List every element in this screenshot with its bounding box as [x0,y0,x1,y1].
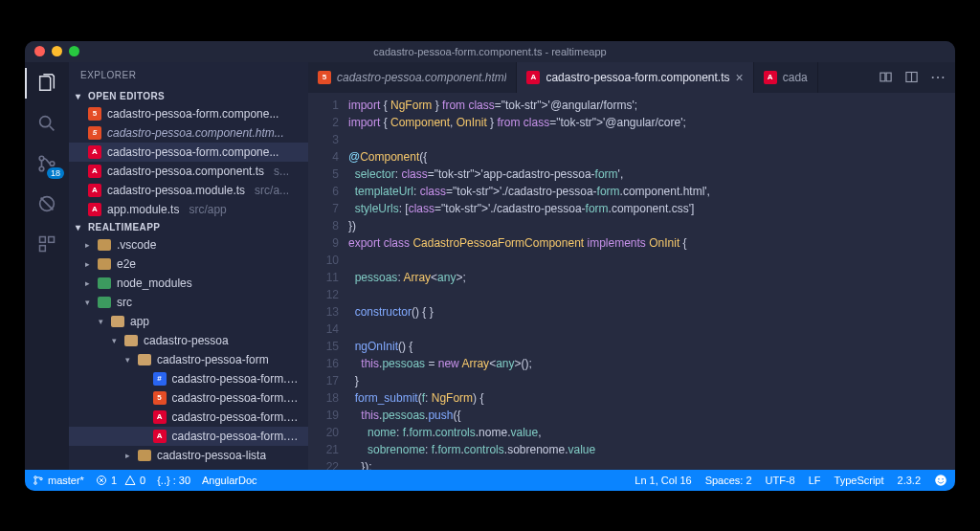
chevron-icon: ▸ [122,451,132,460]
chevron-icon: ▾ [82,298,92,307]
svg-point-16 [938,478,940,480]
editor-tab[interactable]: Acadastro-pessoa-form.component.ts× [517,62,753,93]
open-editor-item[interactable]: A app.module.ts src/app [69,200,308,219]
chevron-icon: ▸ [82,278,92,288]
git-branch-item[interactable]: master* [33,475,84,486]
editor-tab[interactable]: 5cadastro-pessoa.component.html [308,62,517,93]
open-editor-item[interactable]: 5 cadastro-pessoa.component.htm... [69,123,308,143]
tree-item-label: .vscode [117,238,156,252]
ang-file-icon: A [88,145,101,159]
ang-file-icon: A [88,165,101,178]
minimize-window-button[interactable] [52,46,62,56]
close-window-button[interactable] [34,46,45,56]
window-title: cadastro-pessoa-form.component.ts - real… [373,46,606,57]
tree-item[interactable]: ▸ cadastro-pessoa-lista [69,446,308,465]
tree-item[interactable]: ▾ app [69,312,308,331]
feedback-icon[interactable] [934,474,947,487]
open-editor-item[interactable]: A cadastro-pessoa-form.compone... [69,143,308,162]
ang-file-icon: A [764,71,777,84]
html-file-icon: 5 [153,391,167,405]
project-header[interactable]: ▾ REALTIMEAPP [69,219,308,235]
file-path-suffix: s... [274,165,289,178]
file-label: cadastro-pessoa.component.htm... [107,126,284,140]
scm-icon[interactable]: 18 [35,152,58,175]
close-tab-icon[interactable]: × [736,70,744,85]
open-editors-list: 5 cadastro-pessoa-form.compone... 5 cada… [69,104,308,219]
tree-item-label: cadastro-pessoa-form.co... [172,391,302,405]
tree-item[interactable]: A cadastro-pessoa-form.co... [69,408,308,427]
css-file-icon: # [153,372,167,386]
debug-icon[interactable] [35,192,58,215]
tree-item[interactable]: ▸ .vscode [69,235,308,254]
editor-group: 5cadastro-pessoa.component.htmlAcadastro… [308,62,955,470]
angulardoc-item[interactable]: AngularDoc [202,475,256,486]
ang-file-icon: A [88,184,101,197]
html-file-icon: 5 [318,71,331,84]
tree-item[interactable]: 5 cadastro-pessoa-form.co... [69,388,308,408]
open-editors-header[interactable]: ▾ OPEN EDITORS [69,88,308,104]
compare-icon[interactable] [879,70,893,84]
cursor-position-item[interactable]: Ln 1, Col 16 [635,475,691,486]
indentation-item[interactable]: Spaces: 2 [705,475,752,486]
folder-icon [98,277,111,289]
svg-point-0 [40,116,51,126]
tree-item-label: src [117,296,132,309]
ang-file-icon: A [153,430,167,443]
ang-file-icon: A [526,71,540,84]
open-editor-item[interactable]: A cadastro-pessoa.module.ts src/a... [69,181,308,200]
tree-item[interactable]: ▾ src [69,293,308,312]
folder-icon [98,297,111,308]
line-gutter: 123456789101112131415161718192021222324 [308,93,348,470]
folder-icon [138,354,151,365]
tree-item[interactable]: # cadastro-pessoa-form.co... [69,369,308,388]
svg-rect-7 [40,245,46,251]
vscode-window: cadastro-pessoa-form.component.ts - real… [25,41,955,491]
chevron-icon: ▾ [122,355,132,365]
eol-item[interactable]: LF [809,475,821,486]
svg-point-3 [50,161,55,166]
tree-item-label: cadastro-pessoa-form.co... [172,430,302,443]
ang-file-icon: A [88,203,101,216]
version-item[interactable]: 2.3.2 [898,475,921,486]
file-label: cadastro-pessoa.module.ts [107,184,245,197]
editor-tab[interactable]: Acada [754,62,818,93]
svg-rect-9 [886,73,891,81]
zoom-window-button[interactable] [69,46,79,56]
tree-item[interactable]: ▸ e2e [69,254,308,274]
extensions-icon[interactable] [35,232,58,255]
tree-item-label: e2e [117,257,136,271]
svg-rect-6 [49,236,55,242]
problems-item[interactable]: 1 0 [96,475,145,486]
tree-item[interactable]: ▾ cadastro-pessoa [69,331,308,350]
svg-point-11 [34,476,37,478]
tree-item-label: node_modules [117,277,192,290]
html-file-icon: 5 [88,126,101,140]
svg-rect-8 [880,73,885,81]
chevron-icon: ▸ [82,240,92,250]
tree-item[interactable]: ▾ cadastro-pessoa-form [69,350,308,369]
chevron-down-icon: ▾ [73,222,84,232]
brackets-item[interactable]: {..} : 30 [157,475,190,486]
split-editor-icon[interactable] [904,70,919,84]
open-editor-item[interactable]: A cadastro-pessoa.component.ts s... [69,162,308,181]
explorer-icon[interactable] [35,72,58,95]
more-actions-icon[interactable]: ⋯ [930,70,946,85]
chevron-icon: ▸ [82,259,92,269]
tree-item[interactable]: A cadastro-pessoa-form.co... [69,427,308,446]
svg-point-15 [935,475,947,486]
tree-item-label: cadastro-pessoa [144,334,229,347]
chevron-icon: ▾ [96,317,105,326]
code-editor[interactable]: 123456789101112131415161718192021222324 … [308,93,955,470]
open-editor-item[interactable]: 5 cadastro-pessoa-form.compone... [69,104,308,123]
scm-badge: 18 [47,167,64,179]
folder-icon [98,258,111,270]
file-label: cadastro-pessoa-form.compone... [107,145,278,159]
folder-icon [111,316,124,327]
title-bar: cadastro-pessoa-form.component.ts - real… [25,41,955,62]
encoding-item[interactable]: UTF-8 [766,475,795,486]
tree-item-label: cadastro-pessoa-form.co... [172,410,302,424]
search-icon[interactable] [35,112,58,135]
tree-item[interactable]: ▸ node_modules [69,274,308,293]
tab-actions: ⋯ [869,62,955,93]
language-item[interactable]: TypeScript [835,475,884,486]
